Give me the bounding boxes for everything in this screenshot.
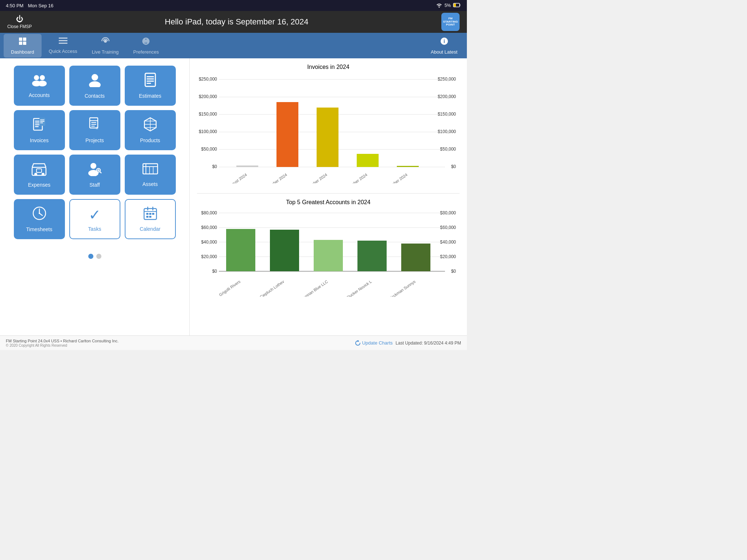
nav-item-dashboard[interactable]: Dashboard — [4, 34, 42, 58]
page-dot-1[interactable] — [88, 254, 93, 259]
expenses-button[interactable]: Expenses — [14, 155, 65, 195]
svg-rect-3 — [23, 38, 26, 41]
svg-rect-36 — [91, 126, 95, 127]
staff-label: Staff — [89, 182, 100, 188]
module-grid: Accounts Contacts — [14, 66, 176, 239]
timesheets-button[interactable]: Timesheets — [14, 199, 65, 239]
expenses-label: Expenses — [28, 182, 50, 188]
svg-rect-8 — [59, 43, 67, 44]
update-charts-label: Update Charts — [362, 340, 393, 346]
svg-rect-63 — [149, 216, 151, 218]
header: ⏻ Close FMSP Hello iPad, today is Septem… — [0, 11, 467, 33]
svg-text:$150,000: $150,000 — [199, 112, 217, 117]
nav-about-latest[interactable]: i About Latest — [425, 34, 463, 58]
page-dot-2[interactable] — [96, 254, 101, 259]
nav-dashboard-label: Dashboard — [11, 49, 34, 55]
nav-item-quick-access[interactable]: Quick Access — [42, 35, 85, 57]
svg-rect-31 — [40, 121, 44, 122]
contacts-button[interactable]: Contacts — [69, 66, 120, 106]
status-bar-right: 5% — [436, 3, 461, 9]
svg-text:$250,000: $250,000 — [438, 77, 456, 82]
tasks-button[interactable]: ✓ Tasks — [69, 199, 120, 239]
bar-september — [276, 102, 298, 167]
header-title: Hello iPad, today is September 16, 2024 — [165, 17, 309, 27]
svg-point-17 — [92, 74, 98, 81]
invoices-chart: $250,000 $200,000 $150,000 $100,000 $50,… — [197, 74, 460, 185]
svg-rect-22 — [147, 81, 154, 82]
svg-text:$0: $0 — [212, 269, 217, 274]
svg-line-45 — [100, 172, 101, 173]
projects-button[interactable]: ≡ Projects — [69, 110, 120, 150]
bar-august — [236, 166, 258, 167]
nav-live-training-label: Live Training — [92, 49, 119, 55]
svg-rect-20 — [147, 76, 154, 77]
footer-left: FM Starting Point 24.0x4 USS • Richard C… — [6, 339, 119, 347]
pagination — [88, 254, 101, 259]
nav-item-live-training[interactable]: Live Training — [85, 34, 126, 58]
staff-icon — [87, 162, 103, 179]
nav-item-preferences[interactable]: Preferences — [126, 34, 166, 58]
footer-copyright: © 2020 Copyright All Rights Reserved — [6, 343, 119, 347]
svg-rect-7 — [59, 40, 67, 41]
svg-text:$40,000: $40,000 — [201, 240, 217, 245]
invoices-button[interactable]: Invoices — [14, 110, 65, 150]
svg-text:September 2024: September 2024 — [261, 172, 288, 183]
estimates-label: Estimates — [139, 93, 161, 99]
preferences-icon — [142, 37, 150, 48]
svg-point-14 — [40, 75, 45, 80]
svg-text:Kirckman Sunnys: Kirckman Sunnys — [388, 279, 416, 296]
assets-icon — [142, 162, 158, 178]
bar-grigolli — [226, 229, 255, 271]
svg-rect-61 — [152, 213, 154, 215]
svg-text:≡: ≡ — [96, 125, 98, 131]
close-fmsp-label: Close FMSP — [7, 24, 32, 29]
bar-november — [357, 154, 379, 167]
right-panel: Invoices in 2024 $250,000 $200,000 $150,… — [190, 58, 467, 335]
svg-rect-23 — [147, 83, 151, 84]
invoices-chart-section: Invoices in 2024 $250,000 $200,000 $150,… — [197, 62, 460, 194]
timesheets-icon — [32, 206, 47, 223]
footer-company: FM Starting Point 24.0x4 USS • Richard C… — [6, 339, 119, 343]
update-charts-button[interactable]: Update Charts — [355, 340, 393, 346]
svg-rect-1 — [454, 4, 456, 7]
last-updated: Last Updated: 9/16/2024 4:49 PM — [396, 341, 461, 346]
svg-rect-32 — [40, 122, 43, 123]
svg-text:$200,000: $200,000 — [438, 94, 456, 99]
products-button[interactable]: Products — [125, 110, 176, 150]
info-icon: i — [440, 37, 449, 48]
svg-rect-21 — [147, 78, 154, 79]
products-label: Products — [140, 137, 160, 143]
assets-button[interactable]: Assets — [125, 155, 176, 195]
svg-point-40 — [42, 173, 44, 176]
svg-point-16 — [38, 81, 47, 86]
svg-point-9 — [104, 40, 107, 42]
svg-point-42 — [90, 163, 96, 169]
svg-text:$20,000: $20,000 — [201, 254, 217, 259]
svg-point-13 — [34, 75, 39, 80]
bar-dunnan — [314, 240, 343, 271]
svg-text:i: i — [444, 38, 445, 44]
estimates-button[interactable]: Estimates — [125, 66, 176, 106]
svg-text:$100,000: $100,000 — [199, 129, 217, 134]
assets-label: Assets — [142, 181, 158, 187]
timesheets-label: Timesheets — [26, 226, 53, 232]
nav-about-label: About Latest — [431, 49, 457, 55]
quick-access-icon — [59, 38, 67, 47]
svg-text:August 2024: August 2024 — [227, 172, 248, 183]
invoices-chart-svg: $250,000 $200,000 $150,000 $100,000 $50,… — [197, 74, 460, 183]
footer: FM Starting Point 24.0x4 USS • Richard C… — [0, 335, 467, 350]
accounts-icon — [31, 73, 47, 89]
svg-text:$0: $0 — [451, 269, 456, 274]
dashboard-icon — [18, 37, 27, 48]
accounts-button[interactable]: Accounts — [14, 66, 65, 106]
svg-text:$200,000: $200,000 — [199, 94, 217, 99]
staff-button[interactable]: Staff — [69, 155, 120, 195]
close-fmsp-button[interactable]: ⏻ Close FMSP — [7, 15, 32, 29]
calendar-button[interactable]: Calendar — [125, 199, 176, 239]
wifi-icon — [436, 3, 442, 9]
bar-ciepluch — [270, 230, 299, 271]
battery-percent: 5% — [445, 3, 451, 8]
svg-rect-6 — [59, 38, 67, 39]
nav-bar: Dashboard Quick Access Live Training — [0, 33, 467, 58]
bar-december — [397, 166, 419, 167]
